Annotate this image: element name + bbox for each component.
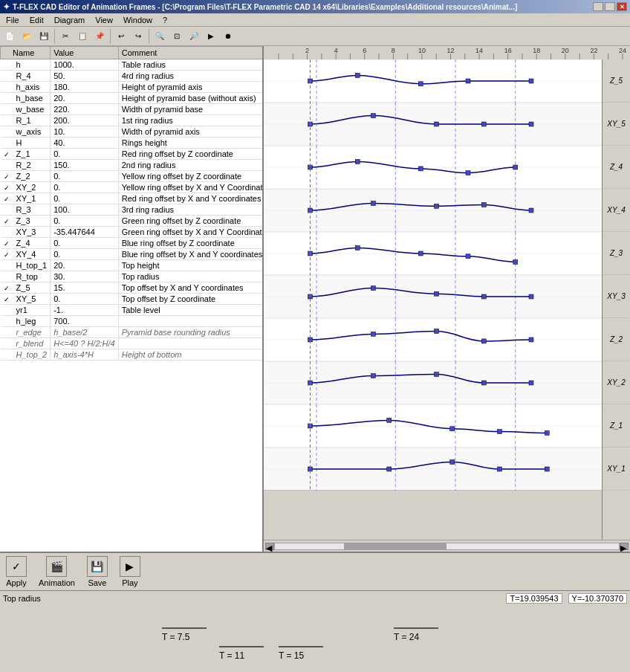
var-value-cell: 100. bbox=[51, 204, 119, 216]
play-toolbar-button[interactable]: ▶ bbox=[203, 28, 219, 45]
status-t-value: T=19.039543 bbox=[506, 593, 562, 604]
var-comment-cell: Blue ring offset by X and Y coordinates bbox=[118, 249, 264, 260]
t-annotations-area: T = 7.5 T = 11 T = 15 T = 24 bbox=[0, 605, 630, 672]
menu-edit[interactable]: Edit bbox=[25, 15, 48, 25]
menu-view[interactable]: View bbox=[91, 15, 117, 25]
close-button[interactable]: ✕ bbox=[617, 2, 627, 11]
table-row[interactable]: ✓ XY_4 0. Blue ring offset by X and Y co… bbox=[1, 249, 264, 260]
var-name-cell: R_4 bbox=[1, 71, 51, 82]
var-comment-cell: Width of pyramid axis bbox=[118, 126, 264, 138]
horizontal-scrollbar[interactable]: ◀ ▶ bbox=[264, 540, 630, 552]
apply-button[interactable]: ✓ Apply bbox=[6, 556, 27, 587]
table-row[interactable]: ✓ Z_2 0. Yellow ring offset by Z coordin… bbox=[1, 171, 264, 182]
var-value-cell: 150. bbox=[51, 160, 119, 171]
table-row[interactable]: R_2 150. 2nd ring radius bbox=[1, 160, 264, 171]
table-row[interactable]: ✓ Z_1 0. Red ring offset by Z coordinate bbox=[1, 149, 264, 160]
curve-label: Z_5 bbox=[603, 59, 630, 103]
var-comment-cell bbox=[118, 338, 264, 349]
var-comment-cell: Table level bbox=[118, 305, 264, 316]
main-area: Name Value Comment h 1000. Table radius … bbox=[0, 46, 630, 552]
var-name-cell: H bbox=[1, 138, 51, 149]
table-row[interactable]: w_base 220. Width of pyramid base bbox=[1, 104, 264, 115]
zoom-in-button[interactable]: 🔍 bbox=[152, 28, 168, 45]
var-name-cell: R_2 bbox=[1, 160, 51, 171]
col-header-name: Name bbox=[1, 47, 51, 59]
var-name-cell: h bbox=[1, 59, 51, 71]
curves-container[interactable] bbox=[264, 59, 602, 514]
zoom-out-button[interactable]: 🔎 bbox=[186, 28, 202, 45]
table-row[interactable]: h 1000. Table radius bbox=[1, 59, 264, 71]
table-row[interactable]: r_blend H<=40 ? H/2:H/4 bbox=[1, 338, 264, 349]
var-name-cell: ✓ Z_1 bbox=[1, 149, 51, 160]
var-name-cell: h_base bbox=[1, 93, 51, 104]
var-name-cell: R_top bbox=[1, 271, 51, 282]
table-row[interactable]: h_axis 180. Height of pyramid axis bbox=[1, 82, 264, 93]
var-value-cell: h_base/2 bbox=[51, 327, 119, 338]
table-row[interactable]: ✓ XY_2 0. Yellow ring offset by X and Y … bbox=[1, 182, 264, 193]
save-toolbar-button[interactable]: 💾 bbox=[36, 28, 52, 45]
table-row[interactable]: h_leg 700. bbox=[1, 316, 264, 327]
table-row[interactable]: H 40. Rings height bbox=[1, 138, 264, 149]
toolbar: 📄 📂 💾 ✂ 📋 📌 ↩ ↪ 🔍 ⊡ 🔎 ▶ ⏺ bbox=[0, 27, 630, 46]
cut-button[interactable]: ✂ bbox=[57, 28, 74, 45]
table-row[interactable]: R_1 200. 1st ring radius bbox=[1, 115, 264, 126]
table-row[interactable]: r_edge h_base/2 Pyramid base rounding ra… bbox=[1, 327, 264, 338]
scroll-left-button[interactable]: ◀ bbox=[265, 543, 274, 550]
scroll-thumb[interactable] bbox=[344, 543, 447, 549]
open-button[interactable]: 📂 bbox=[19, 28, 35, 45]
table-row[interactable]: h_base 20. Height of pyramid base (witho… bbox=[1, 93, 264, 104]
status-bar: Top radius T=19.039543 Y=-10.370370 bbox=[0, 590, 630, 605]
scroll-track[interactable] bbox=[274, 543, 620, 550]
table-row[interactable]: R_3 100. 3rd ring radius bbox=[1, 204, 264, 216]
zoom-fit-button[interactable]: ⊡ bbox=[169, 28, 185, 45]
table-row[interactable]: yr1 -1. Table level bbox=[1, 305, 264, 316]
var-value-cell: 0. bbox=[51, 149, 119, 160]
minimize-button[interactable]: _ bbox=[593, 2, 603, 11]
undo-button[interactable]: ↩ bbox=[113, 28, 129, 45]
save-bottom-button[interactable]: 💾 Save bbox=[87, 556, 108, 587]
scroll-right-button[interactable]: ▶ bbox=[620, 543, 629, 550]
record-button[interactable]: ⏺ bbox=[220, 28, 236, 45]
side-labels-panel: Z_5XY_5Z_4XY_4Z_3XY_3Z_2XY_2Z_1XY_1 bbox=[602, 59, 630, 540]
var-name-cell: ✓ Z_2 bbox=[1, 171, 51, 182]
variable-panel[interactable]: Name Value Comment h 1000. Table radius … bbox=[0, 46, 264, 552]
curve-label: Z_1 bbox=[603, 404, 630, 448]
var-value-cell: 0. bbox=[51, 294, 119, 305]
var-comment-cell: 2nd ring radius bbox=[118, 160, 264, 171]
menu-file[interactable]: File bbox=[1, 15, 24, 25]
play-button[interactable]: ▶ Play bbox=[120, 556, 140, 587]
table-row[interactable]: w_axis 10. Width of pyramid axis bbox=[1, 126, 264, 138]
apply-label: Apply bbox=[6, 578, 27, 587]
var-value-cell: 20. bbox=[51, 93, 119, 104]
var-value-cell: 10. bbox=[51, 126, 119, 138]
var-value-cell: 0. bbox=[51, 216, 119, 227]
redo-button[interactable]: ↪ bbox=[130, 28, 146, 45]
variable-table: Name Value Comment h 1000. Table radius … bbox=[0, 46, 264, 361]
table-row[interactable]: ✓ Z_4 0. Blue ring offset by Z coordinat… bbox=[1, 238, 264, 249]
table-row[interactable]: R_4 50. 4rd ring radius bbox=[1, 71, 264, 82]
var-comment-cell: Yellow ring offset by X and Y Coordinate… bbox=[118, 182, 264, 193]
new-button[interactable]: 📄 bbox=[1, 28, 18, 45]
table-row[interactable]: ✓ Z_3 0. Green ring offset by Z coordina… bbox=[1, 216, 264, 227]
table-row[interactable]: XY_3 -35.447644 Green ring offset by X a… bbox=[1, 227, 264, 238]
var-value-cell: 15. bbox=[51, 282, 119, 294]
menu-diagram[interactable]: Diagram bbox=[50, 15, 90, 25]
table-row[interactable]: R_top 30. Top radius bbox=[1, 271, 264, 282]
t-annotation-24: T = 24 bbox=[394, 627, 438, 642]
animation-button[interactable]: 🎬 Animation bbox=[39, 556, 75, 587]
table-row[interactable]: H_top_2 h_axis-4*H Height of bottom bbox=[1, 349, 264, 361]
table-row[interactable]: ✓ Z_5 15. Top offset by X and Y coordina… bbox=[1, 282, 264, 294]
curve-label: XY_3 bbox=[603, 275, 630, 318]
status-coordinates: T=19.039543 Y=-10.370370 bbox=[506, 593, 627, 604]
table-row[interactable]: H_top_1 20. Top height bbox=[1, 260, 264, 271]
table-row[interactable]: ✓ XY_1 0. Red ring offset by X and Y coo… bbox=[1, 193, 264, 204]
menu-window[interactable]: Window bbox=[119, 15, 157, 25]
var-comment-cell: Top radius bbox=[118, 271, 264, 282]
var-name-cell: w_axis bbox=[1, 126, 51, 138]
menu-help[interactable]: ? bbox=[158, 15, 172, 25]
table-row[interactable]: ✓ XY_5 0. Top offset by Z coordinate bbox=[1, 294, 264, 305]
copy-button[interactable]: 📋 bbox=[74, 28, 91, 45]
paste-button[interactable]: 📌 bbox=[91, 28, 108, 45]
maximize-button[interactable]: □ bbox=[605, 2, 615, 11]
var-comment-cell: Pyramid base rounding radius bbox=[118, 327, 264, 338]
